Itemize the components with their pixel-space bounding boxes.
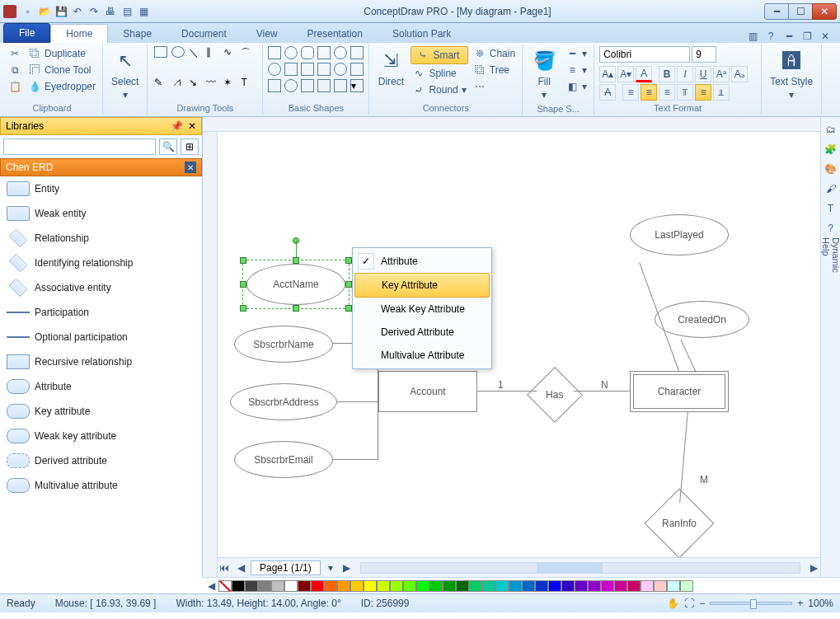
align-left-button[interactable]: ≡: [622, 84, 639, 101]
node-acctname[interactable]: AcctName: [246, 264, 345, 305]
qat-print-icon[interactable]: 🖶: [104, 5, 117, 18]
tool-text-icon[interactable]: T: [241, 77, 256, 88]
qat-save-icon[interactable]: 💾: [54, 5, 68, 18]
color-swatch[interactable]: [232, 580, 245, 592]
color-swatch[interactable]: [548, 580, 561, 592]
close-doc-icon[interactable]: ✕: [819, 30, 832, 43]
color-swatch[interactable]: [469, 580, 482, 592]
node-sbscrbremail[interactable]: SbscrbrEmail: [234, 441, 333, 478]
tab-shape[interactable]: Shape: [108, 25, 167, 43]
node-createdon[interactable]: CreatedOn: [655, 301, 749, 338]
tree-button[interactable]: ⿻Tree: [472, 63, 517, 77]
h-scrollbar[interactable]: [360, 562, 800, 574]
color-swatch[interactable]: [601, 580, 614, 592]
smart-button[interactable]: ⤷Smart: [411, 46, 467, 64]
help-side-icon[interactable]: ?: [824, 221, 838, 236]
color-swatch[interactable]: [403, 580, 416, 592]
colorbar-prev-icon[interactable]: ◀: [208, 580, 215, 592]
list-item[interactable]: Key attribute: [0, 399, 202, 424]
font-color-button[interactable]: A: [636, 66, 652, 82]
tab-view[interactable]: View: [242, 25, 293, 43]
select-button[interactable]: ↖Select▾: [108, 46, 142, 102]
zoom-out-icon[interactable]: −: [699, 598, 705, 609]
color-swatch[interactable]: [258, 580, 271, 592]
tool-doubleline-icon[interactable]: ∥: [206, 46, 221, 58]
line-weight-button[interactable]: ≡▾: [564, 63, 589, 77]
maximize-button[interactable]: ☐: [788, 3, 813, 20]
align-center-button[interactable]: ≡: [641, 84, 657, 101]
tool-pen-icon[interactable]: ✎: [154, 77, 169, 88]
bold-button[interactable]: B: [659, 66, 675, 82]
tool-star-icon[interactable]: ✶: [223, 77, 238, 88]
align-bottom-button[interactable]: ⫫: [713, 84, 730, 101]
color-swatch[interactable]: [271, 580, 284, 592]
list-item[interactable]: Relationship: [0, 226, 202, 251]
color-swatch[interactable]: [429, 580, 443, 592]
strike-button[interactable]: A: [599, 84, 616, 101]
color-swatch[interactable]: [482, 580, 495, 592]
window-layout-icon[interactable]: ▥: [746, 30, 759, 43]
color-swatch[interactable]: [350, 580, 364, 592]
color-swatch[interactable]: [654, 580, 667, 592]
color-swatch[interactable]: [522, 580, 535, 592]
color-swatch[interactable]: [588, 580, 601, 592]
tool-line-icon[interactable]: ＼: [189, 46, 204, 60]
color-swatch[interactable]: [495, 580, 509, 592]
list-item[interactable]: Recursive relationship: [0, 349, 202, 374]
color-swatch[interactable]: [364, 580, 377, 592]
tool-polyline-icon[interactable]: ⩘: [171, 77, 186, 88]
round-button[interactable]: ⤾Round▾: [411, 82, 467, 97]
list-item[interactable]: Associative entity: [0, 275, 202, 300]
grow-font-button[interactable]: A▴: [599, 66, 616, 82]
super-button[interactable]: Aᵃ: [713, 66, 730, 82]
node-account[interactable]: Account: [378, 371, 477, 412]
pin-icon[interactable]: 📌: [171, 120, 183, 132]
color-swatch[interactable]: [311, 580, 324, 592]
list-item[interactable]: Multivalue attribute: [0, 473, 202, 498]
list-item[interactable]: Entity: [0, 176, 202, 201]
diagram-page[interactable]: AcctName SbscrbrName SbscrbrAddress Sbsc…: [218, 132, 820, 556]
current-page-tab[interactable]: Page1 (1/1): [251, 560, 321, 575]
list-item[interactable]: Identifying relationship: [0, 251, 202, 275]
color-swatch[interactable]: [575, 580, 588, 592]
shadow-button[interactable]: ◧▾: [564, 79, 589, 94]
paste-button[interactable]: 📋: [7, 79, 23, 94]
cut-button[interactable]: ✂: [7, 46, 23, 61]
tool-rect-icon[interactable]: [154, 46, 167, 58]
duplicate-button[interactable]: ⿻Duplicate: [26, 46, 97, 61]
color-swatch[interactable]: [337, 580, 350, 592]
color-swatch[interactable]: [561, 580, 575, 592]
font-family-input[interactable]: [599, 46, 690, 63]
menu-item[interactable]: ✓Attribute: [354, 250, 490, 273]
tool-connector-icon[interactable]: ↘: [189, 77, 204, 88]
font-size-input[interactable]: [692, 46, 716, 63]
tab-home[interactable]: Home: [50, 24, 108, 43]
qat-open-icon[interactable]: 📂: [38, 5, 51, 18]
file-tab[interactable]: File: [3, 23, 50, 43]
node-sbscrbrname[interactable]: SbscrbrName: [234, 326, 333, 363]
tool-bezier-icon[interactable]: 〰: [206, 77, 221, 88]
zoom-in-icon[interactable]: +: [797, 598, 803, 609]
list-item[interactable]: Optional participation: [0, 325, 202, 349]
eyedropper-button[interactable]: 💧Eyedropper: [26, 79, 97, 94]
menu-item[interactable]: Multivalue Attribute: [354, 344, 490, 367]
brush-icon[interactable]: 🖌: [824, 181, 838, 196]
list-item[interactable]: Weak entity: [0, 201, 202, 226]
tab-document[interactable]: Document: [167, 25, 242, 43]
text-icon[interactable]: T: [824, 201, 838, 216]
app-icon[interactable]: [3, 5, 16, 18]
page-first-icon[interactable]: ⏮: [218, 562, 231, 574]
restore-icon[interactable]: ❐: [800, 30, 814, 43]
color-swatch[interactable]: [509, 580, 522, 592]
color-none-icon[interactable]: [218, 580, 232, 592]
tool-arc-icon[interactable]: ⌒: [241, 46, 256, 60]
palette-icon[interactable]: 🎨: [824, 162, 838, 176]
color-swatch[interactable]: [627, 580, 641, 592]
category-close-icon[interactable]: ✕: [185, 162, 196, 173]
color-swatch[interactable]: [245, 580, 258, 592]
qat-grid-icon[interactable]: ▦: [137, 5, 150, 18]
chain-button[interactable]: ❊Chain: [472, 46, 517, 61]
shrink-font-button[interactable]: A▾: [617, 66, 634, 82]
color-swatch[interactable]: [377, 580, 390, 592]
node-has[interactable]: Has: [527, 367, 583, 423]
